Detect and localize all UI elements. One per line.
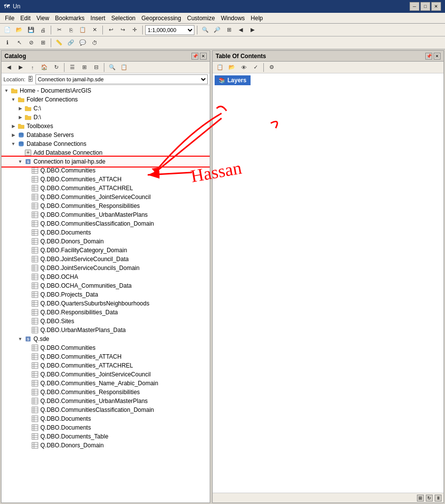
catalog-detail-btn[interactable]: ⊞	[79, 63, 90, 72]
tree-item-jsc-data[interactable]: Q.DBO.JointServiceCouncil_Data	[1, 255, 210, 264]
tree-item-q-documents-table[interactable]: Q.DBO.Documents_Table	[1, 432, 210, 441]
toc-options-btn[interactable]: ⚙	[266, 63, 277, 72]
tree-toggle-quarters[interactable]	[24, 300, 30, 307]
tree-item-communities-attach[interactable]: Q.DBO.Communities_ATTACH	[1, 175, 210, 184]
pan-button[interactable]: ✛	[129, 25, 140, 35]
menu-selection[interactable]: Selection	[108, 14, 138, 23]
tree-item-q-communities-attachrel[interactable]: Q.DBO.Communities_ATTACHREL	[1, 361, 210, 370]
tree-toggle-q-communities-name-arabic[interactable]	[24, 380, 30, 387]
tree-toggle-communities-resp[interactable]	[24, 202, 30, 209]
tree-item-ump-data[interactable]: Q.DBO.UrbanMasterPlans_Data	[1, 326, 210, 335]
toc-list-by-drawing-order-btn[interactable]: 📋	[215, 63, 225, 72]
tree-item-database-connections[interactable]: ▼Database Connections	[1, 139, 210, 148]
menu-view[interactable]: View	[33, 14, 52, 23]
select-all-btn[interactable]: ⊞	[37, 38, 48, 48]
tree-item-q-donors-domain[interactable]: Q.DBO.Donors_Domain	[1, 441, 210, 450]
tree-toggle-communities[interactable]	[24, 167, 30, 174]
tree-toggle-communities-attachrel[interactable]	[24, 185, 30, 192]
tree-toggle-database-connections[interactable]: ▼	[10, 140, 16, 147]
tree-toggle-sites[interactable]	[24, 318, 30, 325]
catalog-close-button[interactable]: ✕	[200, 53, 207, 60]
menu-geoprocessing[interactable]: Geoprocessing	[138, 14, 184, 23]
tree-toggle-toolboxes[interactable]: ▶	[10, 123, 16, 130]
tree-item-sites[interactable]: Q.DBO.Sites	[1, 317, 210, 326]
tree-item-resp-data[interactable]: Q.DBO.Responsibilities_Data	[1, 308, 210, 317]
tree-toggle-add-db-connection[interactable]	[17, 149, 23, 156]
tree-toggle-q-communities-attach[interactable]	[24, 353, 30, 360]
tree-toggle-q-sde[interactable]: ▼	[17, 336, 23, 342]
catalog-forward-btn[interactable]: ▶	[15, 63, 26, 72]
menu-bookmarks[interactable]: Bookmarks	[52, 14, 88, 23]
tree-toggle-q-donors-domain[interactable]	[24, 442, 30, 449]
catalog-tree[interactable]: ▼Home - Documents\ArcGIS▼Folder Connecti…	[1, 85, 210, 503]
menu-windows[interactable]: Windows	[218, 14, 248, 23]
tree-toggle-q-communities-class[interactable]	[24, 406, 30, 413]
tree-toggle-home[interactable]: ▼	[3, 87, 9, 94]
tree-item-q-communities-ump[interactable]: Q.DBO.Communities_UrbanMasterPlans	[1, 397, 210, 405]
tree-toggle-communities-ump[interactable]	[24, 211, 30, 218]
tree-toggle-communities-jsc[interactable]	[24, 194, 30, 201]
catalog-back-btn[interactable]: ◀	[3, 63, 14, 72]
clear-select-btn[interactable]: ⊘	[26, 38, 36, 48]
toc-list-by-source-btn[interactable]: 📂	[226, 63, 237, 72]
tree-toggle-ocha[interactable]	[24, 273, 30, 280]
tree-item-communities-class[interactable]: Q.DBO.CommunitiesClassification_Domain	[1, 219, 210, 228]
tree-item-d-drive[interactable]: ▶D:\	[1, 113, 210, 122]
tree-item-connection-jamal[interactable]: ▼SConnection to jamal-hp.sde	[1, 157, 210, 166]
tree-item-home[interactable]: ▼Home - Documents\ArcGIS	[1, 86, 210, 95]
measure-btn[interactable]: 📏	[54, 38, 64, 48]
tree-item-q-communities-name-arabic[interactable]: Q.DBO.Communities_Name_Arabic_Domain	[1, 379, 210, 388]
delete-button[interactable]: ✕	[89, 25, 100, 35]
tree-toggle-donors-domain[interactable]	[24, 238, 30, 245]
html-popup-btn[interactable]: 💬	[77, 38, 88, 48]
full-extent-btn[interactable]: ⊞	[223, 25, 234, 35]
tree-item-quarters[interactable]: Q.DBO.QuartersSuburbsNeighbourhoods	[1, 299, 210, 308]
catalog-pin-button[interactable]: 📌	[191, 53, 198, 60]
tree-toggle-facility-cat[interactable]	[24, 247, 30, 254]
tree-item-jscs-domain[interactable]: Q.DBO.JointServiceCouncils_Domain	[1, 264, 210, 272]
tree-item-q-communities-attach[interactable]: Q.DBO.Communities_ATTACH	[1, 352, 210, 361]
menu-file[interactable]: File	[2, 14, 17, 23]
tree-toggle-database-servers[interactable]: ▶	[10, 132, 16, 138]
catalog-large-icon-btn[interactable]: ⊟	[91, 63, 101, 72]
tree-toggle-q-documents2[interactable]	[24, 424, 30, 431]
tree-item-ocha-communities[interactable]: Q.DBO.OCHA_Communities_Data	[1, 281, 210, 290]
tree-item-q-documents[interactable]: Q.DBO.Documents	[1, 414, 210, 423]
redo-button[interactable]: ↪	[117, 25, 128, 35]
toc-bottom-btn1[interactable]: ⊞	[417, 495, 424, 502]
tree-item-q-communities[interactable]: Q.DBO.Communities	[1, 343, 210, 352]
tree-toggle-ocha-communities[interactable]	[24, 282, 30, 289]
next-extent-btn[interactable]: ▶	[247, 25, 258, 35]
minimize-button[interactable]: ─	[410, 2, 419, 11]
toc-list-by-visibility-btn[interactable]: 👁	[238, 63, 249, 72]
tree-toggle-folder-connections[interactable]: ▼	[10, 96, 16, 103]
undo-button[interactable]: ↩	[105, 25, 116, 35]
tree-item-communities-jsc[interactable]: Q.DBO.Communities_JointServiceCouncil	[1, 193, 210, 202]
tree-toggle-q-documents[interactable]	[24, 415, 30, 422]
cut-button[interactable]: ✂	[54, 25, 64, 35]
tree-item-ocha[interactable]: Q.DBO.OCHA	[1, 272, 210, 281]
toc-close-button[interactable]: ✕	[434, 53, 441, 60]
tree-item-communities-attachrel[interactable]: Q.DBO.Communities_ATTACHREL	[1, 184, 210, 193]
catalog-up-btn[interactable]: ↑	[27, 63, 38, 72]
tree-item-communities-resp[interactable]: Q.DBO.Communities_Responsibilities	[1, 202, 210, 210]
tree-item-q-communities-class[interactable]: Q.DBO.CommunitiesClassification_Domain	[1, 405, 210, 414]
tree-item-folder-connections[interactable]: ▼Folder Connections	[1, 95, 210, 104]
tree-toggle-d-drive[interactable]: ▶	[17, 114, 23, 121]
time-btn[interactable]: ⏱	[89, 38, 100, 48]
identify-btn[interactable]: ℹ	[2, 38, 13, 48]
tree-toggle-q-communities[interactable]	[24, 344, 30, 351]
prev-extent-btn[interactable]: ◀	[235, 25, 246, 35]
hyperlink-btn[interactable]: 🔗	[65, 38, 76, 48]
catalog-list-btn[interactable]: ☰	[67, 63, 78, 72]
toc-bottom-btn2[interactable]: ↻	[426, 495, 433, 502]
catalog-metadata-btn[interactable]: 📋	[119, 63, 129, 72]
maximize-button[interactable]: □	[420, 2, 430, 11]
scale-dropdown[interactable]: 1:1,000,000	[145, 25, 194, 35]
menu-customize[interactable]: Customize	[184, 14, 218, 23]
catalog-search-btn[interactable]: 🔍	[107, 63, 118, 72]
tree-toggle-jscs-domain[interactable]	[24, 265, 30, 271]
toc-layers-tab[interactable]: 📚 Layers	[215, 75, 251, 85]
tree-item-facility-cat[interactable]: Q.DBO.FacilityCategory_Domain	[1, 246, 210, 255]
menu-insert[interactable]: Insert	[88, 14, 108, 23]
